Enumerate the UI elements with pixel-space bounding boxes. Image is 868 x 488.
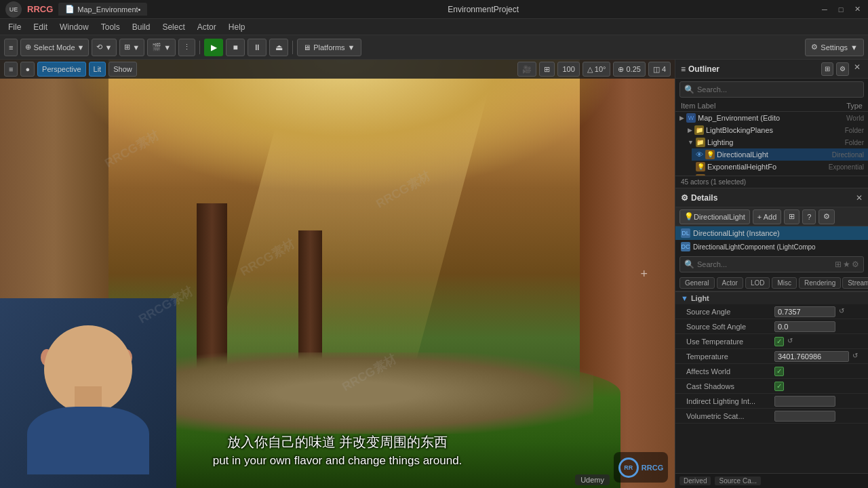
temperature-label: Temperature xyxy=(686,352,774,361)
outliner-settings-button[interactable]: ⚙ xyxy=(836,62,849,76)
outliner-search-input[interactable] xyxy=(697,85,859,94)
stop-button[interactable]: ■ xyxy=(226,39,245,56)
details-search-input[interactable] xyxy=(697,260,835,268)
source-angle-input[interactable] xyxy=(774,306,835,317)
lit-button[interactable]: Lit xyxy=(89,62,106,77)
component-instance[interactable]: DL DirectionalLight (Instance) xyxy=(675,226,868,240)
tab-label: Map_Environment• xyxy=(77,5,140,14)
filter-misc[interactable]: Misc xyxy=(772,277,797,289)
viewport[interactable]: RRCG素材 RRCG素材 RRCG素材 RRCG素材 RRCG素材 ≡ ● P… xyxy=(0,60,675,488)
close-button[interactable]: ✕ xyxy=(852,4,863,15)
show-button[interactable]: Show xyxy=(108,62,137,77)
menu-help[interactable]: Help xyxy=(223,21,251,33)
details-header: ⚙ Details ✕ xyxy=(675,188,868,207)
filter-general[interactable]: General xyxy=(679,277,715,289)
details-close-button[interactable]: ✕ xyxy=(856,193,863,203)
render-filter-tabs: Rendering Streaming All xyxy=(799,277,868,289)
outliner-item-directionallight[interactable]: 👁 💡 DirectionalLight Directional xyxy=(692,148,868,161)
menu-tools[interactable]: Tools xyxy=(96,21,125,33)
filter-lod[interactable]: LOD xyxy=(745,277,770,289)
prop-source-soft-angle: Source Soft Angle xyxy=(675,319,868,334)
affects-world-checkbox[interactable]: ✓ xyxy=(774,367,784,376)
item-type-world: World xyxy=(830,115,864,122)
crosshair: + xyxy=(640,267,648,281)
outliner-close-button[interactable]: ✕ xyxy=(852,62,863,76)
menu-edit[interactable]: Edit xyxy=(28,21,53,33)
component-settings-button[interactable]: ⚙ xyxy=(818,209,835,224)
settings-button[interactable]: ⚙ Settings ▼ xyxy=(805,39,864,56)
grid-button[interactable]: ⊞ xyxy=(539,62,555,77)
udemy-badge: Udemy xyxy=(575,474,610,485)
component-lightcomponent[interactable]: DC DirectionalLightComponent (LightCompo xyxy=(675,240,868,253)
filter-actor[interactable]: Actor xyxy=(717,277,743,289)
outliner-item-world[interactable]: ▶ W Map_Environment (Edito World xyxy=(675,112,868,124)
menu-window[interactable]: Window xyxy=(54,21,94,33)
select-mode-button[interactable]: ⊕ Select Mode ▼ xyxy=(20,39,89,56)
snap-button[interactable]: ⊞ ▼ xyxy=(119,39,144,56)
temperature-input[interactable] xyxy=(774,351,849,362)
cast-shadows-checkbox[interactable]: ✓ xyxy=(774,382,784,391)
camera-button[interactable]: 🎬 ▼ xyxy=(147,39,176,56)
details-search-star[interactable]: ★ xyxy=(843,260,850,269)
use-temperature-reset[interactable]: ↺ xyxy=(787,337,797,346)
eject-button[interactable]: ⏏ xyxy=(269,39,288,56)
map-tab[interactable]: 📄 Map_Environment• xyxy=(58,3,147,16)
actors-count: 45 actors (1 selected) xyxy=(675,176,868,188)
details-search-options[interactable]: ⊞ xyxy=(835,260,842,269)
camera-speed-button[interactable]: 🎥 xyxy=(517,62,536,77)
details-scroll[interactable]: ▼ Light Source Angle ↺ Source Soft Angle xyxy=(675,291,868,473)
component-help-button[interactable]: ? xyxy=(802,209,816,224)
perspective-button[interactable]: Perspective xyxy=(37,62,85,77)
source-soft-angle-value xyxy=(774,321,863,332)
use-temperature-value: ✓ ↺ xyxy=(774,337,863,346)
outliner-item-exponential[interactable]: 💡 ExponentialHeightFo Exponential xyxy=(692,161,868,173)
outliner-filter-button[interactable]: ⊞ xyxy=(821,62,833,76)
volumetric-input[interactable] xyxy=(774,411,835,422)
layers-value: 4 xyxy=(662,65,666,73)
outliner-item-lighting[interactable]: ▼ 📁 Lighting Folder xyxy=(684,136,868,148)
platforms-button[interactable]: 🖥 Platforms ▼ xyxy=(297,39,361,56)
details-search-gear[interactable]: ⚙ xyxy=(852,260,859,269)
light-section-label: Light xyxy=(691,294,709,302)
play-button[interactable]: ▶ xyxy=(204,39,223,56)
menu-build[interactable]: Build xyxy=(127,21,156,33)
outliner-search[interactable]: 🔍 xyxy=(679,81,864,98)
snap-chevron: ▼ xyxy=(132,43,140,52)
volumetric-label: Volumetric Scat... xyxy=(686,412,774,420)
menu-actor[interactable]: Actor xyxy=(192,21,222,33)
affects-world-label: Affects World xyxy=(686,367,774,375)
menu-file[interactable]: File xyxy=(3,21,26,33)
viewport-menu-button[interactable]: ≡ xyxy=(4,62,18,77)
details-toolbar: 💡 DirectionalLight + Add ⊞ ? ⚙ xyxy=(675,207,868,226)
platform-icon: 🖥 xyxy=(303,43,311,52)
use-temperature-checkbox[interactable]: ✓ xyxy=(774,337,784,346)
indirect-lighting-input[interactable] xyxy=(774,396,835,407)
add-component-button[interactable]: + Add xyxy=(753,209,781,224)
details-search[interactable]: 🔍 ⊞ ★ ⚙ xyxy=(679,256,864,272)
temperature-reset[interactable]: ↺ xyxy=(852,352,862,361)
realtime-button[interactable]: ● xyxy=(20,62,35,77)
source-angle-reset[interactable]: ↺ xyxy=(839,307,848,317)
more-options-button[interactable]: ⋮ xyxy=(178,39,195,56)
settings-icon: ⚙ xyxy=(811,43,818,52)
filter-rendering[interactable]: Rendering xyxy=(799,277,841,289)
source-soft-angle-input[interactable] xyxy=(774,321,835,332)
subtitles: 放入你自己的味道 并改变周围的东西 put in your own flavor… xyxy=(213,433,462,468)
eye-icon-dl[interactable]: 👁 xyxy=(696,150,703,159)
source-ca-button[interactable]: Source Ca... xyxy=(715,476,761,485)
skip-button[interactable]: ⏸ xyxy=(248,39,267,56)
filter-streaming[interactable]: Streaming xyxy=(842,277,868,289)
light-section-header[interactable]: ▼ Light xyxy=(675,291,868,304)
maximize-button[interactable]: □ xyxy=(835,4,846,15)
angle-icon: △ xyxy=(587,65,593,74)
lit-label: Lit xyxy=(94,65,102,73)
transform-button[interactable]: ⟲ ▼ xyxy=(92,39,117,56)
rrcg-logo: RR RRCG xyxy=(614,452,668,483)
outliner-item-lightblocking[interactable]: ▶ 📁 LightBlockingPlanes Folder xyxy=(684,124,868,136)
component-view-button[interactable]: ⊞ xyxy=(784,209,800,224)
derived-button[interactable]: Derived xyxy=(679,476,711,485)
minimize-button[interactable]: ─ xyxy=(819,4,830,15)
menu-select[interactable]: Select xyxy=(157,21,190,33)
hamburger-menu[interactable]: ≡ xyxy=(4,39,18,56)
item-type-dl: Directional xyxy=(830,151,864,159)
